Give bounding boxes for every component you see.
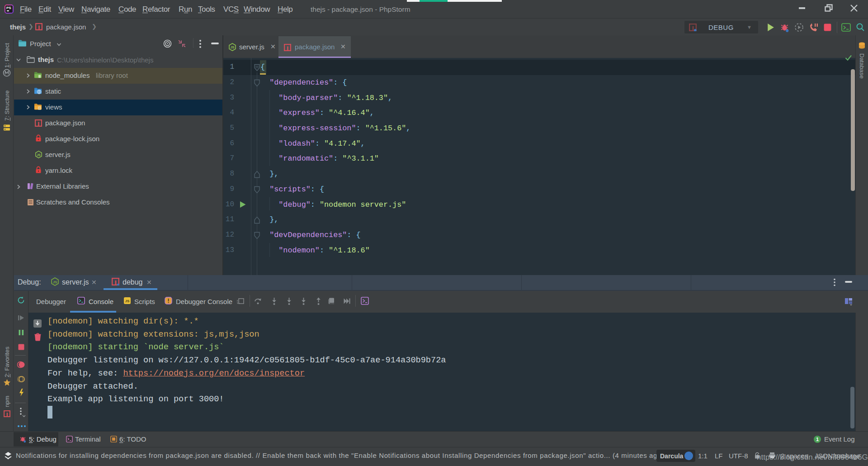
svg-text:JS: JS [37,153,41,157]
svg-text:1: 1 [816,437,819,442]
svg-text:JS: JS [230,45,234,49]
svg-text:JS: JS [53,280,57,284]
svg-text:JS: JS [125,299,130,303]
